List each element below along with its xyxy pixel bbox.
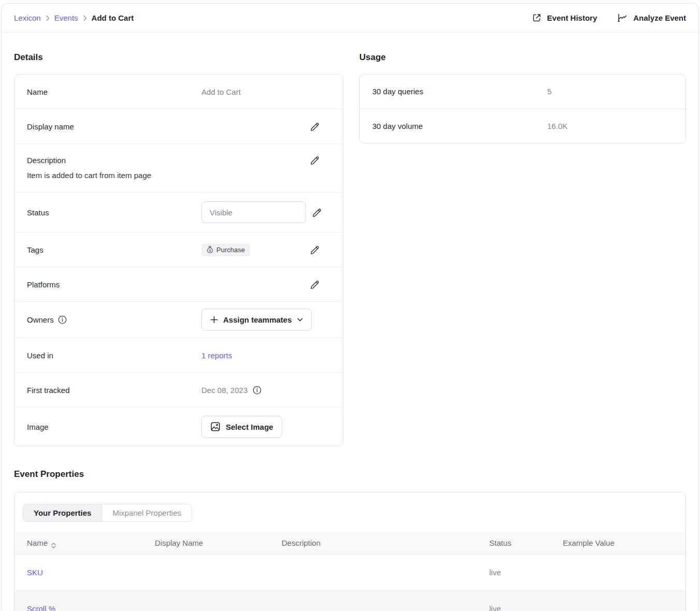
- properties-tabs: Your Properties Mixpanel Properties: [23, 504, 192, 522]
- column-header-status[interactable]: Status: [477, 533, 550, 554]
- event-properties-card: Your Properties Mixpanel Properties Name…: [14, 492, 686, 611]
- first-tracked-label: First tracked: [27, 386, 201, 395]
- column-header-example-value[interactable]: Example Value: [550, 533, 686, 554]
- usage-card: 30 day queries 5 30 day volume 16.0K: [359, 74, 686, 143]
- event-properties-title: Event Properties: [14, 469, 686, 479]
- analyze-event-button[interactable]: Analyze Event: [617, 13, 686, 23]
- sort-icon: [51, 543, 56, 548]
- line-chart-icon: [617, 13, 628, 23]
- event-history-button[interactable]: Event History: [531, 12, 597, 23]
- property-display-name: [142, 555, 269, 590]
- detail-row-display-name: Display name: [14, 109, 343, 144]
- chevron-right-icon: [83, 15, 87, 21]
- owners-label: Owners: [27, 315, 54, 324]
- description-value: Item is added to cart from item page: [27, 171, 343, 180]
- status-select[interactable]: Visible: [201, 201, 306, 223]
- analyze-event-label: Analyze Event: [633, 13, 686, 22]
- table-row-sku[interactable]: SKU live: [14, 554, 686, 590]
- image-label: Image: [27, 423, 201, 431]
- image-icon: [210, 421, 221, 432]
- detail-row-platforms: Platforms: [14, 267, 343, 302]
- property-status: live: [477, 591, 550, 611]
- edit-pencil-icon[interactable]: [310, 280, 320, 289]
- edit-pencil-icon[interactable]: [310, 122, 320, 132]
- top-bar: Lexicon Events Add to Cart Event History: [2, 4, 698, 33]
- table-row-scroll[interactable]: Scroll % live: [14, 590, 686, 611]
- properties-table-header: Name Display Name Description Status Exa…: [14, 533, 686, 554]
- info-icon[interactable]: [253, 386, 261, 395]
- column-header-display-name[interactable]: Display Name: [142, 533, 269, 554]
- select-image-button[interactable]: Select Image: [201, 416, 282, 438]
- tags-label: Tags: [27, 245, 201, 254]
- event-history-label: Event History: [547, 13, 597, 22]
- detail-row-owners: Owners Assign teammates: [14, 302, 343, 338]
- description-label: Description: [27, 156, 304, 165]
- property-name-link[interactable]: Scroll %: [27, 604, 55, 611]
- detail-row-tags: Tags $ Purchase: [14, 232, 343, 267]
- properties-table: Name Display Name Description Status Exa…: [14, 533, 686, 611]
- svg-text:$: $: [209, 249, 211, 252]
- details-card: Name Add to Cart Display name Descriptio…: [14, 74, 343, 446]
- display-name-label: Display name: [27, 122, 201, 131]
- breadcrumb-lexicon[interactable]: Lexicon: [14, 13, 41, 22]
- status-label: Status: [27, 208, 201, 217]
- external-link-icon: [531, 12, 542, 23]
- assign-teammates-label: Assign teammates: [223, 315, 292, 324]
- moneybag-icon: $: [207, 246, 213, 253]
- volume-value: 16.0K: [547, 122, 567, 130]
- property-description: [269, 555, 477, 590]
- select-image-label: Select Image: [226, 423, 273, 431]
- usage-row-queries: 30 day queries 5: [360, 75, 686, 109]
- platforms-label: Platforms: [27, 280, 201, 289]
- used-in-reports-link[interactable]: 1 reports: [201, 351, 232, 360]
- info-icon[interactable]: [58, 315, 67, 324]
- edit-pencil-icon[interactable]: [310, 245, 320, 255]
- property-status: live: [477, 555, 550, 590]
- property-example-value: [550, 555, 686, 590]
- column-header-description[interactable]: Description: [269, 533, 477, 554]
- detail-row-image: Image Select Image: [14, 408, 343, 446]
- name-value: Add to Cart: [201, 88, 343, 96]
- property-example-value: [550, 591, 686, 611]
- property-display-name: [142, 591, 269, 611]
- detail-row-used-in: Used in 1 reports: [14, 338, 343, 373]
- detail-row-description: Description Item is added to cart from i…: [14, 144, 343, 193]
- property-name-link[interactable]: SKU: [27, 568, 43, 577]
- tag-label: Purchase: [216, 246, 245, 254]
- detail-row-name: Name Add to Cart: [14, 75, 343, 109]
- property-description: [269, 591, 477, 611]
- details-title: Details: [14, 52, 343, 63]
- breadcrumb: Lexicon Events Add to Cart: [14, 13, 134, 22]
- usage-row-volume: 30 day volume 16.0K: [360, 109, 686, 143]
- breadcrumb-events[interactable]: Events: [54, 13, 78, 22]
- edit-pencil-icon[interactable]: [310, 155, 320, 165]
- tag-purchase[interactable]: $ Purchase: [201, 243, 250, 256]
- used-in-label: Used in: [27, 351, 201, 360]
- name-label: Name: [27, 88, 201, 96]
- volume-label: 30 day volume: [372, 122, 547, 130]
- usage-title: Usage: [359, 52, 686, 63]
- edit-pencil-icon[interactable]: [312, 208, 322, 217]
- detail-row-status: Status Visible: [14, 193, 343, 232]
- queries-label: 30 day queries: [372, 87, 547, 96]
- chevron-down-icon: [297, 318, 303, 322]
- detail-row-first-tracked: First tracked Dec 08, 2023: [14, 373, 343, 408]
- chevron-right-icon: [46, 15, 50, 21]
- plus-icon: [210, 316, 218, 324]
- queries-value: 5: [547, 87, 551, 96]
- tab-your-properties[interactable]: Your Properties: [23, 504, 102, 521]
- assign-teammates-button[interactable]: Assign teammates: [201, 309, 312, 331]
- lexicon-event-detail-page: Lexicon Events Add to Cart Event History: [1, 3, 699, 611]
- breadcrumb-current: Add to Cart: [92, 13, 134, 22]
- column-header-name[interactable]: Name: [14, 533, 142, 554]
- tab-mixpanel-properties[interactable]: Mixpanel Properties: [102, 504, 192, 521]
- first-tracked-value: Dec 08, 2023: [201, 386, 247, 395]
- top-actions: Event History Analyze Event: [531, 12, 686, 23]
